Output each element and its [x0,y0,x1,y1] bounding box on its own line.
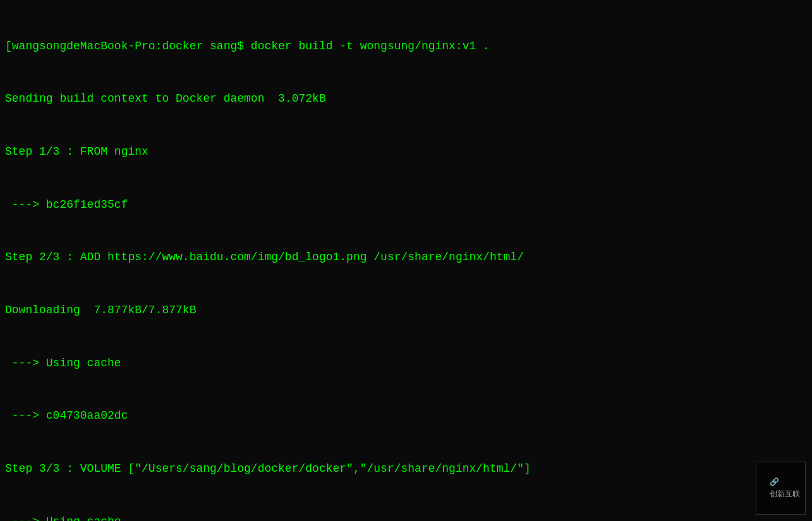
terminal-line-1: [wangsongdeMacBook-Pro:docker sang$ dock… [5,38,807,56]
terminal-line-7: ---> Using cache [5,355,807,373]
terminal-line-4: ---> bc26f1ed35cf [5,196,807,214]
terminal-window: [wangsongdeMacBook-Pro:docker sang$ dock… [0,0,812,521]
terminal-line-10: ---> Using cache [5,513,807,521]
terminal-line-3: Step 1/3 : FROM nginx [5,143,807,161]
terminal-line-6: Downloading 7.877kB/7.877kB [5,302,807,320]
terminal-line-2: Sending build context to Docker daemon 3… [5,90,807,108]
terminal-line-9: Step 3/3 : VOLUME ["/Users/sang/blog/doc… [5,460,807,478]
terminal-line-8: ---> c04730aa02dc [5,407,807,425]
watermark-icon: 🔗 [770,477,779,486]
watermark-label: 🔗 创新互联 [756,462,806,515]
watermark-text: 创新互联 [770,489,800,498]
terminal-line-5: Step 2/3 : ADD https://www.baidu.com/img… [5,249,807,266]
